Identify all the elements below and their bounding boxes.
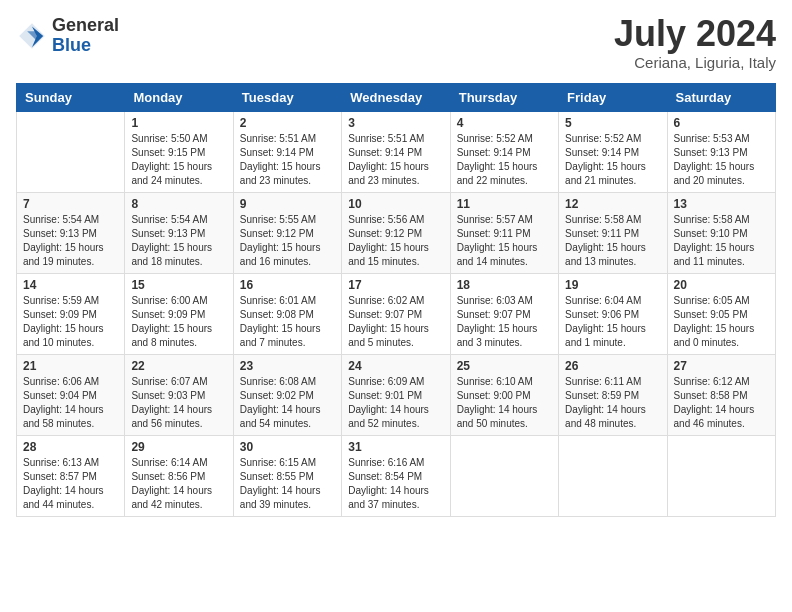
weekday-header-row: SundayMondayTuesdayWednesdayThursdayFrid… bbox=[17, 84, 776, 112]
day-info: Sunrise: 6:04 AM Sunset: 9:06 PM Dayligh… bbox=[565, 294, 660, 350]
day-cell: 23Sunrise: 6:08 AM Sunset: 9:02 PM Dayli… bbox=[233, 355, 341, 436]
day-info: Sunrise: 5:55 AM Sunset: 9:12 PM Dayligh… bbox=[240, 213, 335, 269]
day-info: Sunrise: 6:05 AM Sunset: 9:05 PM Dayligh… bbox=[674, 294, 769, 350]
day-info: Sunrise: 5:54 AM Sunset: 9:13 PM Dayligh… bbox=[131, 213, 226, 269]
day-cell: 18Sunrise: 6:03 AM Sunset: 9:07 PM Dayli… bbox=[450, 274, 558, 355]
day-cell: 31Sunrise: 6:16 AM Sunset: 8:54 PM Dayli… bbox=[342, 436, 450, 517]
day-info: Sunrise: 6:03 AM Sunset: 9:07 PM Dayligh… bbox=[457, 294, 552, 350]
day-number: 14 bbox=[23, 278, 118, 292]
day-number: 5 bbox=[565, 116, 660, 130]
day-cell: 26Sunrise: 6:11 AM Sunset: 8:59 PM Dayli… bbox=[559, 355, 667, 436]
day-info: Sunrise: 6:01 AM Sunset: 9:08 PM Dayligh… bbox=[240, 294, 335, 350]
day-cell: 20Sunrise: 6:05 AM Sunset: 9:05 PM Dayli… bbox=[667, 274, 775, 355]
day-info: Sunrise: 6:08 AM Sunset: 9:02 PM Dayligh… bbox=[240, 375, 335, 431]
day-info: Sunrise: 6:15 AM Sunset: 8:55 PM Dayligh… bbox=[240, 456, 335, 512]
day-cell: 15Sunrise: 6:00 AM Sunset: 9:09 PM Dayli… bbox=[125, 274, 233, 355]
page-header: General Blue July 2024 Ceriana, Liguria,… bbox=[16, 16, 776, 71]
weekday-header-tuesday: Tuesday bbox=[233, 84, 341, 112]
day-number: 1 bbox=[131, 116, 226, 130]
day-cell: 8Sunrise: 5:54 AM Sunset: 9:13 PM Daylig… bbox=[125, 193, 233, 274]
day-cell: 2Sunrise: 5:51 AM Sunset: 9:14 PM Daylig… bbox=[233, 112, 341, 193]
weekday-header-saturday: Saturday bbox=[667, 84, 775, 112]
day-number: 11 bbox=[457, 197, 552, 211]
day-number: 23 bbox=[240, 359, 335, 373]
day-number: 19 bbox=[565, 278, 660, 292]
day-cell: 17Sunrise: 6:02 AM Sunset: 9:07 PM Dayli… bbox=[342, 274, 450, 355]
day-cell: 24Sunrise: 6:09 AM Sunset: 9:01 PM Dayli… bbox=[342, 355, 450, 436]
day-cell: 7Sunrise: 5:54 AM Sunset: 9:13 PM Daylig… bbox=[17, 193, 125, 274]
day-number: 20 bbox=[674, 278, 769, 292]
day-info: Sunrise: 6:09 AM Sunset: 9:01 PM Dayligh… bbox=[348, 375, 443, 431]
day-number: 12 bbox=[565, 197, 660, 211]
day-info: Sunrise: 5:58 AM Sunset: 9:10 PM Dayligh… bbox=[674, 213, 769, 269]
day-number: 29 bbox=[131, 440, 226, 454]
day-info: Sunrise: 5:58 AM Sunset: 9:11 PM Dayligh… bbox=[565, 213, 660, 269]
day-info: Sunrise: 5:51 AM Sunset: 9:14 PM Dayligh… bbox=[240, 132, 335, 188]
day-number: 9 bbox=[240, 197, 335, 211]
day-info: Sunrise: 6:12 AM Sunset: 8:58 PM Dayligh… bbox=[674, 375, 769, 431]
day-number: 31 bbox=[348, 440, 443, 454]
day-cell: 6Sunrise: 5:53 AM Sunset: 9:13 PM Daylig… bbox=[667, 112, 775, 193]
day-info: Sunrise: 6:11 AM Sunset: 8:59 PM Dayligh… bbox=[565, 375, 660, 431]
day-info: Sunrise: 5:57 AM Sunset: 9:11 PM Dayligh… bbox=[457, 213, 552, 269]
day-number: 16 bbox=[240, 278, 335, 292]
day-info: Sunrise: 5:52 AM Sunset: 9:14 PM Dayligh… bbox=[565, 132, 660, 188]
day-cell bbox=[450, 436, 558, 517]
day-number: 10 bbox=[348, 197, 443, 211]
day-info: Sunrise: 5:50 AM Sunset: 9:15 PM Dayligh… bbox=[131, 132, 226, 188]
day-number: 8 bbox=[131, 197, 226, 211]
day-number: 21 bbox=[23, 359, 118, 373]
weekday-header-wednesday: Wednesday bbox=[342, 84, 450, 112]
week-row-5: 28Sunrise: 6:13 AM Sunset: 8:57 PM Dayli… bbox=[17, 436, 776, 517]
day-info: Sunrise: 5:53 AM Sunset: 9:13 PM Dayligh… bbox=[674, 132, 769, 188]
day-cell: 4Sunrise: 5:52 AM Sunset: 9:14 PM Daylig… bbox=[450, 112, 558, 193]
day-cell: 16Sunrise: 6:01 AM Sunset: 9:08 PM Dayli… bbox=[233, 274, 341, 355]
weekday-header-monday: Monday bbox=[125, 84, 233, 112]
logo-icon bbox=[16, 20, 48, 52]
day-cell: 22Sunrise: 6:07 AM Sunset: 9:03 PM Dayli… bbox=[125, 355, 233, 436]
day-info: Sunrise: 6:10 AM Sunset: 9:00 PM Dayligh… bbox=[457, 375, 552, 431]
day-number: 24 bbox=[348, 359, 443, 373]
day-info: Sunrise: 6:06 AM Sunset: 9:04 PM Dayligh… bbox=[23, 375, 118, 431]
day-number: 7 bbox=[23, 197, 118, 211]
day-cell: 11Sunrise: 5:57 AM Sunset: 9:11 PM Dayli… bbox=[450, 193, 558, 274]
logo-text: General Blue bbox=[52, 16, 119, 56]
day-cell: 12Sunrise: 5:58 AM Sunset: 9:11 PM Dayli… bbox=[559, 193, 667, 274]
day-cell: 10Sunrise: 5:56 AM Sunset: 9:12 PM Dayli… bbox=[342, 193, 450, 274]
day-cell bbox=[559, 436, 667, 517]
day-number: 4 bbox=[457, 116, 552, 130]
day-info: Sunrise: 5:56 AM Sunset: 9:12 PM Dayligh… bbox=[348, 213, 443, 269]
day-cell bbox=[667, 436, 775, 517]
day-cell: 27Sunrise: 6:12 AM Sunset: 8:58 PM Dayli… bbox=[667, 355, 775, 436]
day-cell: 29Sunrise: 6:14 AM Sunset: 8:56 PM Dayli… bbox=[125, 436, 233, 517]
week-row-2: 7Sunrise: 5:54 AM Sunset: 9:13 PM Daylig… bbox=[17, 193, 776, 274]
day-cell: 21Sunrise: 6:06 AM Sunset: 9:04 PM Dayli… bbox=[17, 355, 125, 436]
day-cell: 30Sunrise: 6:15 AM Sunset: 8:55 PM Dayli… bbox=[233, 436, 341, 517]
month-title: July 2024 bbox=[614, 16, 776, 52]
day-number: 2 bbox=[240, 116, 335, 130]
day-cell: 28Sunrise: 6:13 AM Sunset: 8:57 PM Dayli… bbox=[17, 436, 125, 517]
day-cell: 13Sunrise: 5:58 AM Sunset: 9:10 PM Dayli… bbox=[667, 193, 775, 274]
day-number: 28 bbox=[23, 440, 118, 454]
day-number: 6 bbox=[674, 116, 769, 130]
day-info: Sunrise: 5:51 AM Sunset: 9:14 PM Dayligh… bbox=[348, 132, 443, 188]
day-number: 17 bbox=[348, 278, 443, 292]
day-cell: 1Sunrise: 5:50 AM Sunset: 9:15 PM Daylig… bbox=[125, 112, 233, 193]
day-info: Sunrise: 6:16 AM Sunset: 8:54 PM Dayligh… bbox=[348, 456, 443, 512]
day-number: 30 bbox=[240, 440, 335, 454]
day-cell: 14Sunrise: 5:59 AM Sunset: 9:09 PM Dayli… bbox=[17, 274, 125, 355]
week-row-4: 21Sunrise: 6:06 AM Sunset: 9:04 PM Dayli… bbox=[17, 355, 776, 436]
week-row-1: 1Sunrise: 5:50 AM Sunset: 9:15 PM Daylig… bbox=[17, 112, 776, 193]
weekday-header-thursday: Thursday bbox=[450, 84, 558, 112]
week-row-3: 14Sunrise: 5:59 AM Sunset: 9:09 PM Dayli… bbox=[17, 274, 776, 355]
day-number: 3 bbox=[348, 116, 443, 130]
day-number: 25 bbox=[457, 359, 552, 373]
logo-blue-text: Blue bbox=[52, 36, 119, 56]
day-info: Sunrise: 5:54 AM Sunset: 9:13 PM Dayligh… bbox=[23, 213, 118, 269]
day-cell bbox=[17, 112, 125, 193]
day-info: Sunrise: 6:00 AM Sunset: 9:09 PM Dayligh… bbox=[131, 294, 226, 350]
day-info: Sunrise: 5:52 AM Sunset: 9:14 PM Dayligh… bbox=[457, 132, 552, 188]
location-title: Ceriana, Liguria, Italy bbox=[614, 54, 776, 71]
day-number: 27 bbox=[674, 359, 769, 373]
day-cell: 9Sunrise: 5:55 AM Sunset: 9:12 PM Daylig… bbox=[233, 193, 341, 274]
